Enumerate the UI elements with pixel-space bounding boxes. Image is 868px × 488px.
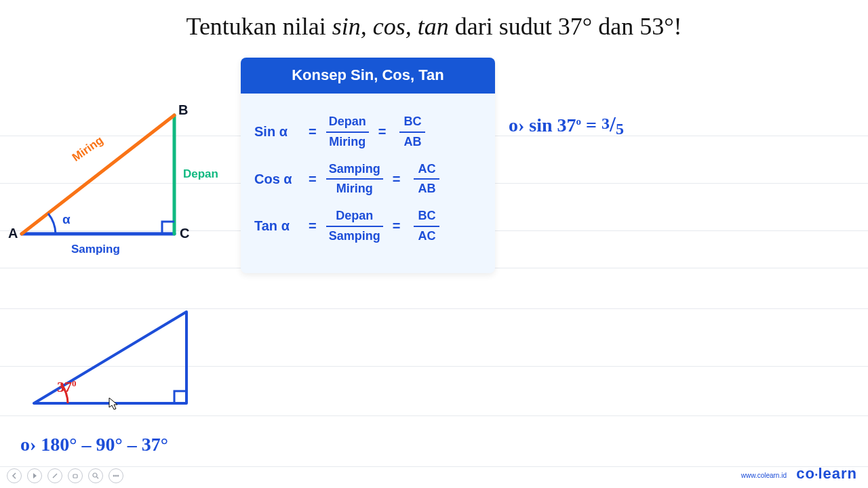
play-button[interactable] bbox=[27, 468, 42, 483]
footer-toolbar bbox=[0, 464, 868, 488]
tan-side-fraction: BC AC bbox=[414, 209, 439, 243]
svg-point-9 bbox=[117, 475, 119, 476]
row-tan: Tan α = Depan Samping = BC AC bbox=[254, 209, 481, 243]
label-alpha: α bbox=[62, 212, 71, 227]
hand-eq-angles: o› 180° – 90° – 37° bbox=[20, 434, 168, 455]
brand-url: www.colearn.id bbox=[741, 472, 787, 479]
label-samping: Samping bbox=[71, 243, 120, 256]
brand-logo: co•learn bbox=[796, 465, 857, 483]
title-pre: Tentukan nilai bbox=[186, 13, 332, 40]
card-body: Sin α = Depan Miring = BC AB Cos α = bbox=[241, 94, 495, 273]
more-button[interactable] bbox=[108, 468, 123, 483]
cos-side-fraction: AC AB bbox=[414, 163, 439, 197]
sin-label: Sin α bbox=[254, 124, 299, 140]
triangle-concept: A B C Miring Depan Samping α bbox=[8, 105, 218, 268]
vertex-C: C bbox=[180, 226, 189, 241]
svg-point-7 bbox=[113, 475, 115, 476]
concept-card: Konsep Sin, Cos, Tan Sin α = Depan Mirin… bbox=[241, 58, 495, 273]
svg-point-8 bbox=[115, 475, 117, 476]
title-italic: sin, cos, tan bbox=[332, 13, 449, 40]
page-title: Tentukan nilai sin, cos, tan dari sudut … bbox=[0, 12, 868, 41]
tan-fraction: Depan Samping bbox=[326, 209, 383, 243]
cos-fraction: Samping Miring bbox=[326, 163, 383, 197]
eraser-button[interactable] bbox=[68, 468, 83, 483]
hand-eq-sin37: o› sin 37o = 3/5 bbox=[509, 112, 624, 138]
svg-line-6 bbox=[97, 477, 99, 479]
svg-rect-4 bbox=[73, 474, 77, 478]
title-post: dari sudut 37° dan 53°! bbox=[449, 13, 682, 40]
tan-label: Tan α bbox=[254, 218, 299, 234]
row-sin: Sin α = Depan Miring = BC AB bbox=[254, 115, 481, 149]
vertex-B: B bbox=[178, 102, 188, 118]
sin-fraction: Depan Miring bbox=[326, 115, 369, 149]
label-37: 370 bbox=[57, 378, 77, 396]
card-header: Konsep Sin, Cos, Tan bbox=[241, 58, 495, 94]
svg-point-5 bbox=[93, 473, 97, 477]
cos-label: Cos α bbox=[254, 171, 299, 187]
prev-button[interactable] bbox=[7, 468, 22, 483]
row-cos: Cos α = Samping Miring = AC AB bbox=[254, 163, 481, 197]
sin-side-fraction: BC AB bbox=[399, 115, 425, 149]
pen-button[interactable] bbox=[47, 468, 62, 483]
cursor-icon bbox=[108, 397, 119, 411]
vertex-A: A bbox=[8, 226, 18, 241]
label-depan: Depan bbox=[183, 167, 218, 181]
zoom-button[interactable] bbox=[88, 468, 103, 483]
